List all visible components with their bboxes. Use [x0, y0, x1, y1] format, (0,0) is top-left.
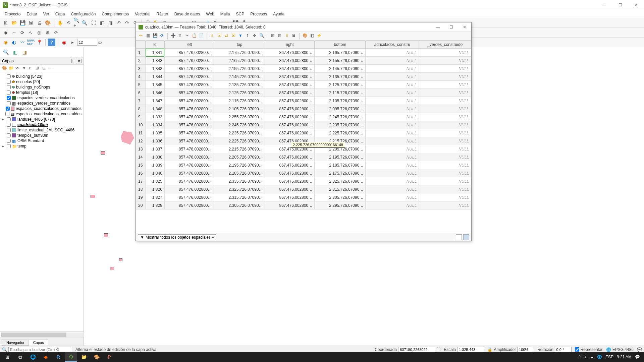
layer-visibility-checkbox[interactable] — [7, 144, 11, 148]
table-cell[interactable]: NULL — [366, 129, 419, 137]
table-cell[interactable]: 867.476,002800… — [265, 185, 315, 193]
menu-editar[interactable]: Editar — [24, 11, 40, 17]
row-number[interactable]: 3 — [136, 65, 146, 73]
table-row[interactable]: 71.847857.476,002800…2.115.726,07090…867… — [136, 97, 471, 105]
table-cell[interactable]: 2.195.726,07090… — [315, 153, 366, 161]
zoom-last-icon[interactable]: ↶ — [115, 19, 122, 26]
vertex-tool-icon[interactable]: ◆ — [2, 29, 9, 36]
table-cell[interactable]: NULL — [419, 57, 471, 65]
move-top-icon[interactable]: ⤒ — [245, 33, 251, 39]
column-header[interactable]: adriculados_constru — [366, 41, 419, 49]
delete-ring-icon[interactable]: ⊘ — [52, 29, 60, 36]
attr-minimize-button[interactable]: — — [434, 25, 442, 29]
menu-configuración[interactable]: Configuración — [68, 11, 98, 17]
table-cell[interactable]: NULL — [419, 65, 471, 73]
table-cell[interactable]: 857.476,002800… — [164, 49, 214, 57]
pan-to-sel-icon[interactable]: ✥ — [252, 33, 258, 39]
expand-icon[interactable]: ▸ — [2, 144, 5, 148]
table-cell[interactable]: 857.476,002800… — [164, 73, 214, 81]
collapse-all-icon[interactable]: ◨ — [21, 49, 28, 56]
deselect-all-icon[interactable]: ☒ — [230, 33, 236, 39]
multi-edit-icon[interactable]: ▦ — [145, 33, 151, 39]
menu-base de datos[interactable]: Base de datos — [172, 11, 203, 17]
open-project-icon[interactable]: 📂 — [10, 19, 18, 26]
start-button[interactable]: ⊞ — [1, 352, 13, 362]
table-cell[interactable]: 2.175.726,07090… — [315, 169, 366, 177]
table-cell[interactable]: 1.848 — [146, 105, 165, 113]
table-cell[interactable]: 2.145.726,07090… — [214, 73, 265, 81]
table-cell[interactable]: 2.135.726,07090… — [315, 73, 366, 81]
expand-icon[interactable]: ⊞ — [36, 66, 41, 71]
zoom-to-sel-icon[interactable]: 🔍 — [259, 33, 265, 39]
table-cell[interactable]: 1.839 — [146, 161, 165, 169]
table-cell[interactable]: 1.841 — [146, 49, 165, 57]
layer-visibility-checkbox[interactable] — [7, 74, 11, 78]
panel-close-icon[interactable]: ✕ — [77, 59, 82, 63]
pan-icon[interactable]: ✋ — [56, 19, 64, 26]
column-header[interactable]: top — [214, 41, 265, 49]
table-cell[interactable]: 867.476,002800… — [265, 73, 315, 81]
table-cell[interactable]: 857.476,002800… — [164, 193, 214, 201]
table-cell[interactable]: NULL — [366, 185, 419, 193]
table-cell[interactable]: 867.476,002800… — [265, 153, 315, 161]
reload-icon[interactable]: ⟳ — [159, 33, 165, 39]
save-icon[interactable]: 💾 — [19, 19, 26, 26]
table-cell[interactable]: 857.476,002800… — [164, 169, 214, 177]
brave-icon[interactable]: ◆ — [40, 352, 52, 362]
table-cell[interactable]: 2.225.726,07090… — [214, 137, 265, 145]
table-cell[interactable]: 2.125.726,07090… — [315, 81, 366, 89]
menu-procesos[interactable]: Procesos — [248, 11, 270, 17]
delete-field-icon[interactable]: ⊟ — [277, 33, 283, 39]
zoom-next-icon[interactable]: ↷ — [123, 19, 131, 26]
table-cell[interactable]: 857.476,002800… — [164, 145, 214, 153]
tray-lang[interactable]: ESP — [605, 355, 613, 359]
row-number[interactable]: 17 — [136, 177, 146, 185]
table-cell[interactable]: 2.105.726,07090… — [214, 105, 265, 113]
layer-styling-icon[interactable]: 🎨 — [2, 66, 7, 71]
table-cell[interactable]: 2.255.726,07090… — [214, 113, 265, 121]
table-row[interactable]: 111.835857.476,002800…2.235.726,07090…86… — [136, 129, 471, 137]
table-cell[interactable]: NULL — [366, 49, 419, 57]
powerpoint-icon[interactable]: P — [103, 352, 115, 362]
row-number[interactable]: 8 — [136, 105, 146, 113]
table-cell[interactable]: 2.115.726,07090… — [214, 97, 265, 105]
table-cell[interactable]: 2.335.726,07090… — [214, 177, 265, 185]
select-all-icon[interactable]: ☑ — [216, 33, 222, 39]
layer-item[interactable]: templos [18] — [1, 90, 83, 95]
table-cell[interactable]: NULL — [419, 105, 471, 113]
row-number[interactable]: 18 — [136, 185, 146, 193]
tray-notifications-icon[interactable]: 💬 — [635, 355, 640, 359]
filter-sel-icon[interactable]: ▼ — [237, 33, 244, 39]
column-header[interactable]: _verdes_construido — [419, 41, 471, 49]
table-cell[interactable]: NULL — [419, 81, 471, 89]
layer-visibility-checkbox[interactable] — [7, 85, 11, 89]
actions-icon[interactable]: ⚡ — [316, 33, 322, 39]
column-header[interactable]: bottom — [315, 41, 366, 49]
scp-dock-icon[interactable]: ◉ — [2, 39, 9, 46]
row-number[interactable]: 7 — [136, 97, 146, 105]
table-cell[interactable]: 1.840 — [146, 169, 165, 177]
table-cell[interactable]: 2.325.726,07090… — [315, 177, 366, 185]
table-cell[interactable]: 1.828 — [146, 201, 165, 209]
table-cell[interactable]: NULL — [419, 185, 471, 193]
table-cell[interactable]: 867.476,002800… — [265, 177, 315, 185]
row-number[interactable]: 9 — [136, 113, 146, 121]
table-cell[interactable]: 2.125.726,07090… — [214, 89, 265, 97]
row-number[interactable]: 5 — [136, 81, 146, 89]
invert-sel-icon[interactable]: ⇄ — [223, 33, 229, 39]
rot-input[interactable] — [555, 347, 572, 352]
layer-visibility-checkbox[interactable] — [7, 101, 11, 105]
table-cell[interactable]: NULL — [419, 97, 471, 105]
zoom-in-icon[interactable]: 🔍+ — [73, 19, 80, 26]
table-cell[interactable]: 867.476,002800… — [265, 97, 315, 105]
table-cell[interactable]: 2.105.726,07090… — [315, 97, 366, 105]
table-cell[interactable]: 2.135.726,07090… — [214, 81, 265, 89]
table-cell[interactable]: 2.225.726,07090… — [315, 129, 366, 137]
menu-ráster[interactable]: Ráster — [154, 11, 171, 17]
maximize-button[interactable]: ☐ — [615, 3, 625, 7]
table-row[interactable]: 61.846857.476,002800…2.125.726,07090…867… — [136, 89, 471, 97]
layer-visibility-checkbox[interactable] — [7, 96, 11, 100]
tab-capas[interactable]: Capas — [29, 340, 48, 346]
close-button[interactable]: ✕ — [631, 3, 641, 7]
minimize-button[interactable]: — — [599, 3, 609, 7]
